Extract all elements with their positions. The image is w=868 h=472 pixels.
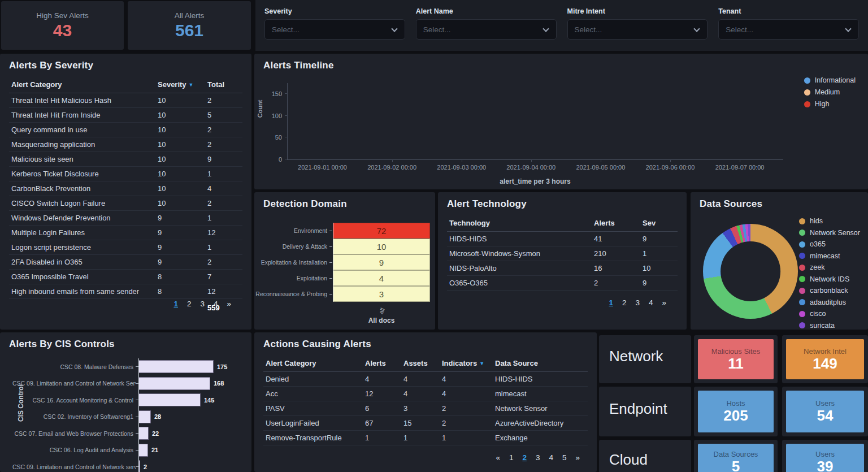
donut-hole [721,241,780,301]
page-button-»[interactable]: » [575,453,580,462]
heatmap-cell: 3 [333,286,430,302]
data-sources-legend: hidsNetwork Sensoro365mimecastzeekNetwor… [799,217,860,330]
table-row: Kerberos Ticket Disclosure101 [9,167,242,181]
page-button-3[interactable]: 3 [635,298,640,307]
table-row: O365 Impossible Travel87 [9,270,242,284]
legend-dot [799,253,805,259]
x-tick-mark [462,159,462,162]
table-cell: 10 [155,181,205,196]
column-header-indicators[interactable]: Indicators▼ [440,356,493,372]
legend-dot [804,77,810,84]
page-button-3[interactable]: 3 [536,453,540,462]
page-button-2[interactable]: 2 [522,453,527,462]
metric-tile-panel: Hosts205 [694,387,778,436]
page-button-1[interactable]: 1 [173,300,178,308]
table-cell: 4 [401,372,440,387]
table-cell: High inbound emails from same sender [9,284,155,299]
column-header-severity[interactable]: Severity▼ [155,77,205,93]
category-panel-cloud: Cloud [599,440,691,472]
bar [139,360,214,373]
alerts-by-severity-table: Alert CategorySeverity▼TotalThreat Intel… [9,77,242,315]
x-tick-label: 2021-09-04 00:00 [506,164,555,171]
category-label: CSC 06. Log Audit and Analysis [12,447,136,453]
tick-mark [329,231,332,231]
legend-item-carbonblack[interactable]: carbonblack [799,287,860,295]
column-header-alert-category[interactable]: Alert Category [9,77,155,93]
bar [139,444,148,457]
filter-select[interactable]: Select... [264,19,405,40]
table-cell: 1 [440,431,493,445]
table-cell: 2FA Disabled in O365 [9,255,155,270]
filter-label: Alert Name [416,7,557,15]
x-tick-label: 2021-09-03 00:00 [437,164,486,171]
metric-tile-hosts: Hosts205 [698,391,774,432]
page-button-»[interactable]: » [227,300,231,308]
x-tick-mark [601,159,601,162]
legend-item-o365[interactable]: o365 [799,240,860,248]
table-cell: 2 [205,123,242,137]
table-cell: O365-O365 [447,276,592,291]
dashboard: High Sev Alerts 43 All Alerts 561 Severi… [0,0,868,472]
legend-item-network-ids[interactable]: Network IDS [799,275,860,283]
column-header-assets[interactable]: Assets [401,356,440,372]
table-cell: HIDS-HIDS [447,232,592,246]
legend-item-cisco[interactable]: cisco [799,310,860,318]
bar-value-label: 175 [217,363,227,370]
table-cell: Windows Defender Prevention [9,211,155,226]
legend-item-adauditplus[interactable]: adauditplus [799,298,860,306]
table-cell: Logon script persistence [9,240,155,255]
filter-select[interactable]: Select... [567,19,708,40]
page-button-1[interactable]: 1 [509,453,514,462]
filter-select[interactable]: Select... [718,19,859,40]
table-row: Acc1244mimecast [263,387,588,401]
category-label: CSC 08. Malware Defenses [12,363,136,370]
all-alerts-label: All Alerts [175,11,205,20]
table-cell: 10 [155,137,205,152]
bar [139,410,151,423]
page-button-4[interactable]: 4 [214,300,218,308]
page-button-3[interactable]: 3 [200,300,205,308]
panel-title: Detection Domain [254,192,435,213]
table-cell: 41 [592,232,640,246]
filter-select[interactable]: Select... [416,19,557,40]
page-button-«[interactable]: « [496,453,500,462]
legend-item-mimecast[interactable]: mimecast [799,252,860,260]
column-header-data-source[interactable]: Data Source [493,356,588,372]
column-header-sev[interactable]: Sev [640,215,678,232]
table-cell: 9 [155,255,205,270]
tile-label: Hosts [726,399,745,408]
table-cell: 3 [401,401,440,416]
page-button-4[interactable]: 4 [649,298,653,307]
page-button-5[interactable]: 5 [562,453,567,462]
filter-mitre-intent: Mitre IntentSelect... [567,7,708,40]
legend-item-informational[interactable]: Informational [804,76,856,84]
timeline-plot: 050100150 2021-09-01 00:002021-09-02 00:… [287,83,783,160]
column-header-alerts[interactable]: Alerts [592,215,640,232]
page-button-2[interactable]: 2 [622,298,627,307]
table-cell: 4 [205,181,242,196]
legend-item-medium[interactable]: Medium [804,88,856,96]
table-cell: CISCO Switch Logon Failure [9,196,155,211]
filter-tenant: TenantSelect... [718,7,859,40]
heatmap-cell: 4 [333,270,430,286]
page-button-4[interactable]: 4 [549,453,553,462]
column-header-technology[interactable]: Technology [447,215,592,232]
panel-title: Alerts Timeline [254,54,868,75]
legend-item-network-sensor[interactable]: Network Sensor [799,229,860,237]
column-header-total[interactable]: Total [205,77,242,93]
legend-item-zeek[interactable]: zeek [799,263,860,271]
page-button-»[interactable]: » [662,298,666,307]
heatmap-cell: 9 [333,254,430,270]
column-header-alert-category[interactable]: Alert Category [263,356,363,372]
legend-item-high[interactable]: High [804,100,856,108]
legend-item-suricata[interactable]: suricata [799,322,860,330]
legend-label: Network Sensor [810,229,860,237]
filter-label: Tenant [718,7,859,15]
page-button-1[interactable]: 1 [609,298,613,307]
column-header-alerts[interactable]: Alerts [363,356,401,372]
table-cell: 9 [155,240,205,255]
table-row: PASV632Network Sensor [263,401,588,416]
legend-item-hids[interactable]: hids [799,217,860,225]
table-cell: 2 [205,137,242,152]
page-button-2[interactable]: 2 [187,300,192,308]
